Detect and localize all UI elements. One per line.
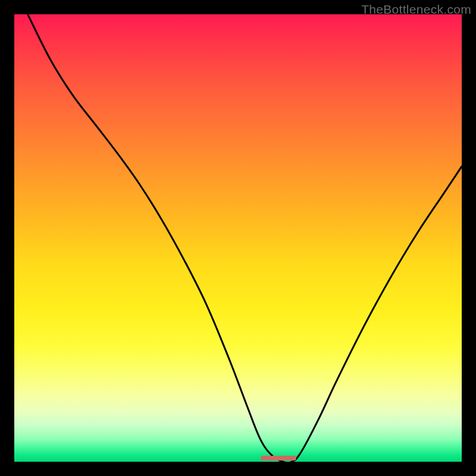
chart-frame: TheBottleneck.com — [0, 0, 476, 476]
watermark-text: TheBottleneck.com — [361, 2, 471, 17]
plot-area — [14, 14, 462, 462]
curve-svg — [14, 14, 462, 462]
bottleneck-curve — [14, 14, 462, 462]
optimal-range-marker — [261, 456, 296, 461]
